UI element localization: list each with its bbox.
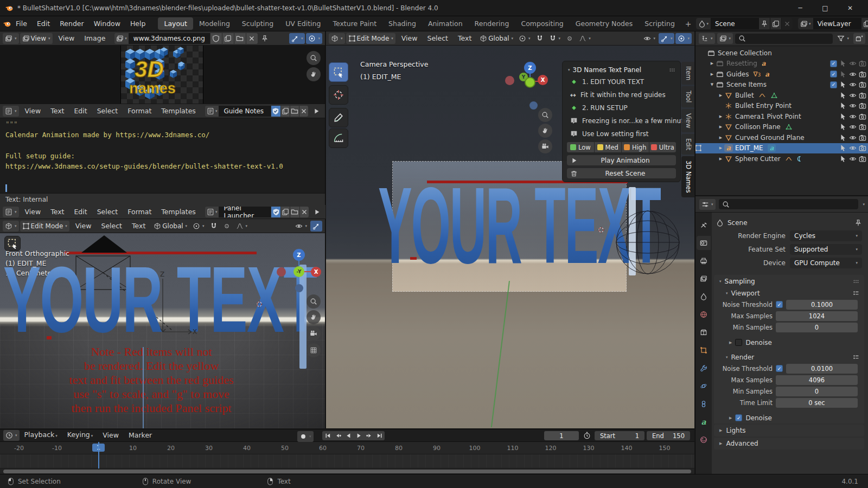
outliner-row-curved-ground-plane[interactable]: ▶Curved Ground Plane <box>695 132 868 143</box>
properties-tab-fontgreen[interactable]: a <box>697 415 711 429</box>
workspace-tab-animation[interactable]: Animation <box>422 17 469 30</box>
viewport-denoise-row[interactable]: ▶ Denoise <box>714 337 864 348</box>
menu-templates[interactable]: Templates <box>156 205 201 219</box>
properties-tab-globe[interactable] <box>697 307 711 322</box>
playhead[interactable] <box>98 442 99 468</box>
menu-text[interactable]: Text <box>46 205 69 219</box>
browse-text-dropdown[interactable]: ▾ <box>205 106 219 117</box>
image-name[interactable]: www.3dnames.co.png <box>129 33 210 44</box>
outliner-row-sphere-cutter[interactable]: ▶Sphere Cutter <box>695 153 868 164</box>
fake-user-toggle[interactable] <box>271 207 280 217</box>
expand-toggle[interactable]: ▶ <box>709 72 716 76</box>
expand-toggle[interactable]: ▶ <box>717 146 724 150</box>
run-script-button[interactable] <box>310 106 322 117</box>
orientation-dropdown[interactable]: Global▾ <box>151 221 189 232</box>
play-button[interactable] <box>354 432 363 440</box>
scene-name[interactable]: Scene <box>711 20 758 28</box>
menu-edit[interactable]: Edit <box>69 104 92 118</box>
properties-tab-modwrench[interactable] <box>697 361 711 375</box>
gizmos-dropdown[interactable] <box>310 221 322 232</box>
menu-format[interactable]: Format <box>123 104 156 118</box>
maximize-button[interactable]: □ <box>813 0 838 16</box>
collection-checkbox[interactable]: ✓ <box>830 81 837 88</box>
menu-view[interactable]: View <box>20 205 46 219</box>
editor-type-dropdown[interactable]: ▾ <box>3 221 19 232</box>
properties-tab-matsphere[interactable] <box>697 433 711 447</box>
pin-icon[interactable] <box>854 219 862 227</box>
visibility-dropdown[interactable]: ▾ <box>641 33 658 44</box>
properties-tab-droplet[interactable] <box>697 290 711 304</box>
pan-button[interactable] <box>538 124 552 138</box>
mode-dropdown[interactable]: Edit Mode▾ <box>346 33 395 44</box>
checkbox[interactable]: ✓ <box>776 301 783 308</box>
gizmo-negy-axis[interactable] <box>525 77 535 88</box>
outliner-row-camera1-pivot-point[interactable]: ▶Camera1 Pivot Point <box>695 111 868 122</box>
outliner-row-edit-me[interactable]: ▶aEDIT_MEa <box>695 143 868 154</box>
outliner-row-resetting[interactable]: ▶Resettinga✓ <box>695 59 868 69</box>
properties-tab-printer[interactable] <box>697 254 711 268</box>
checkbox[interactable]: ✓ <box>776 365 783 372</box>
properties-tab-physcirc[interactable] <box>697 379 711 393</box>
end-frame-field[interactable]: End150 <box>647 431 690 440</box>
device-dropdown[interactable]: GPU Compute▾ <box>790 258 862 268</box>
expand-toggle[interactable]: ▶ <box>717 93 724 98</box>
viewlayer-name[interactable]: ViewLayer <box>813 20 861 28</box>
expand-toggle[interactable]: ▼ <box>709 82 716 87</box>
add-workspace-button[interactable]: + <box>681 20 696 28</box>
sidebar-tab-view[interactable]: View <box>681 109 694 132</box>
section-lights[interactable]: ▶Lights <box>714 425 864 436</box>
panel-row-2-run-setup[interactable]: 2. RUN SETUP <box>567 101 676 114</box>
zoom-button[interactable] <box>307 51 321 65</box>
menu-marker[interactable]: Marker <box>124 428 157 442</box>
denoise-checkbox[interactable]: ✓ <box>735 414 742 421</box>
current-frame-field[interactable]: 1 <box>544 431 579 440</box>
outliner-row-guides[interactable]: ▶Guides∇3a✓ <box>695 69 868 80</box>
menu-image[interactable]: Image <box>79 31 110 46</box>
properties-tab-tool[interactable] <box>697 218 711 232</box>
stopwatch-icon[interactable] <box>583 432 591 439</box>
measure-tool[interactable] <box>329 129 348 148</box>
outliner-search[interactable] <box>735 34 833 44</box>
panel-row-fit-it-within-the-red-guides[interactable]: ↔Fit it within the red guides <box>567 88 676 101</box>
menu-select[interactable]: Select <box>96 219 127 233</box>
image-mode-dropdown[interactable]: View▾ <box>20 33 53 44</box>
gizmo-negz-axis[interactable] <box>295 284 303 292</box>
outliner-row-scene-collection[interactable]: Scene Collection <box>695 48 868 59</box>
open-image-button[interactable] <box>234 33 246 44</box>
perspective-toggle-button[interactable] <box>307 343 321 357</box>
panel-row-freezing-is-nor-ke-a-few-minutes[interactable]: Freezing is nor...ke a few minutes <box>567 114 676 127</box>
value-field[interactable]: 0.1000 <box>786 300 858 310</box>
properties-tab-boxp[interactable] <box>697 325 711 339</box>
browse-text-dropdown[interactable]: ▾ <box>205 207 219 217</box>
value-field[interactable]: 0.0100 <box>786 364 858 374</box>
display-mode-dropdown[interactable]: ▾ <box>717 33 733 44</box>
visibility-dropdown[interactable]: ▾ <box>293 221 309 232</box>
menu-help[interactable]: Help <box>125 17 151 31</box>
menu-edit[interactable]: Edit <box>32 17 55 31</box>
sampling-section-header[interactable]: ▾ Sampling <box>714 275 864 287</box>
text-name[interactable]: Guide Notes <box>219 106 271 117</box>
workspace-tab-modeling[interactable]: Modeling <box>193 17 236 30</box>
quality-button-ultra[interactable]: Ultra <box>649 142 676 152</box>
preset-icon[interactable] <box>852 290 860 297</box>
camera-view-button[interactable] <box>538 139 552 153</box>
quality-button-high[interactable]: High <box>622 142 649 152</box>
orientation-dropdown[interactable]: Global▾ <box>477 33 515 44</box>
filter-dropdown[interactable]: ▾ <box>835 33 851 44</box>
cursor-tool[interactable] <box>329 85 348 105</box>
menu-select[interactable]: Select <box>422 31 453 46</box>
scene-selector[interactable]: ▾ Scene <box>696 18 793 29</box>
properties-options[interactable]: ▾ <box>863 202 865 207</box>
unlink-image-button[interactable] <box>246 33 258 44</box>
menu-templates[interactable]: Templates <box>156 104 201 118</box>
menu-view[interactable]: View <box>397 31 423 46</box>
outliner-row-scene-items[interactable]: ▼Scene Items✓ <box>695 80 868 91</box>
panel-grip-icon[interactable] <box>668 66 676 74</box>
camera-viewport-body[interactable]: Camera Perspective (1) EDIT_ME YOUR TEXT <box>326 46 694 428</box>
properties-tab-rendercam[interactable] <box>697 236 711 250</box>
editor-type-dropdown[interactable]: ▾ <box>329 33 345 44</box>
snap-toggle[interactable] <box>208 221 220 232</box>
outliner-row-bullet-entry-point[interactable]: Bullet Entry Point <box>695 101 868 112</box>
workspace-tab-uv-editing[interactable]: UV Editing <box>279 17 327 30</box>
sidebar-tab-tool[interactable]: Tool <box>681 86 694 107</box>
